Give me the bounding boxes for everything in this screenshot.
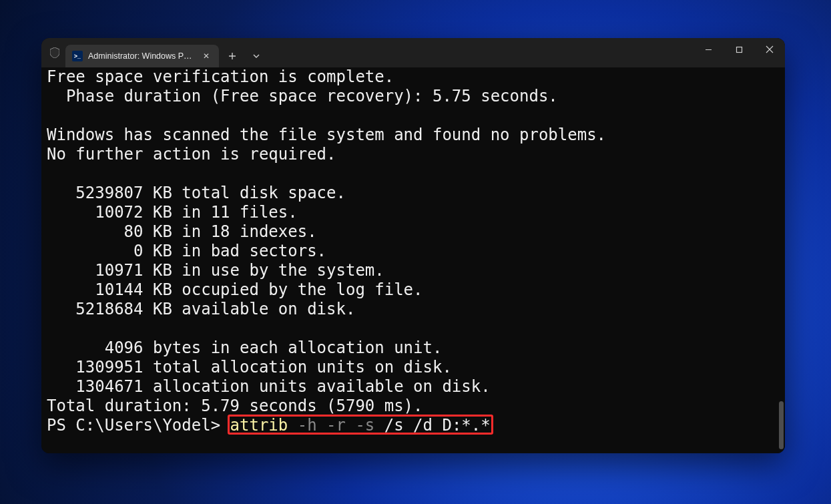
terminal-window: >_ Administrator: Windows Powe… ✕ Free s… (41, 38, 785, 453)
titlebar: >_ Administrator: Windows Powe… ✕ (41, 38, 785, 67)
minimize-button[interactable] (693, 38, 724, 61)
admin-shield-icon (47, 38, 63, 67)
svg-rect-0 (736, 47, 742, 52)
terminal-output[interactable]: Free space verification is complete. Pha… (47, 67, 776, 453)
new-tab-button[interactable] (222, 45, 243, 67)
tab-title: Administrator: Windows Powe… (88, 51, 195, 61)
scrollbar-thumb[interactable] (779, 401, 784, 449)
terminal-viewport[interactable]: Free space verification is complete. Pha… (41, 67, 785, 453)
maximize-button[interactable] (724, 38, 754, 61)
tab-dropdown-button[interactable] (246, 45, 267, 67)
tab-powershell[interactable]: >_ Administrator: Windows Powe… ✕ (65, 45, 219, 67)
powershell-icon: >_ (72, 51, 83, 61)
close-window-button[interactable] (754, 38, 785, 61)
window-controls (693, 38, 785, 67)
tab-close-button[interactable]: ✕ (200, 50, 212, 62)
